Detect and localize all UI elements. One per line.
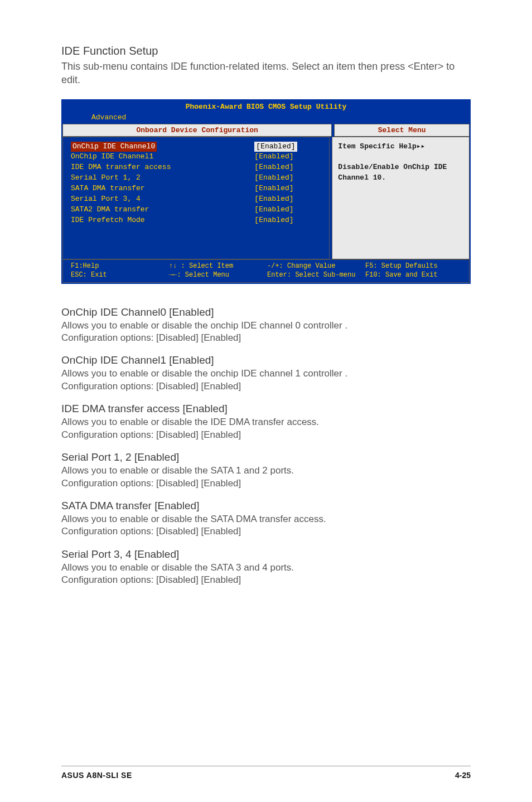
section-lead: This sub-menu contains IDE function-rela… [61,60,471,87]
setting-row[interactable]: IDE Prefetch Mode [Enabled] [71,215,321,226]
item-heading: Serial Port 3, 4 [Enabled] [61,548,471,561]
setting-label: OnChip IDE Channel1 [71,152,254,162]
item-text: Configuration options: [Disabled] [Enabl… [61,332,471,344]
doc-item: IDE DMA transfer access [Enabled] Allows… [61,403,471,441]
item-text: Configuration options: [Disabled] [Enabl… [61,380,471,393]
help-title: Item Specific Help▸▸ [338,142,463,152]
help-body: Disable/Enable OnChip IDE [338,162,463,173]
help-body: Channel 10. [338,173,463,183]
bios-settings-panel: OnChip IDE Channel0 [Enabled] OnChip IDE… [62,137,330,260]
setting-row[interactable]: Serial Port 1, 2 [Enabled] [71,173,321,183]
footer-key: ESC: Exit [71,271,107,279]
setting-value: [Enabled] [254,152,321,162]
setting-value: [Enabled] [254,215,321,226]
page-footer: ASUS A8N-SLI SE 4-25 [61,766,471,780]
setting-row[interactable]: SATA2 DMA transfer [Enabled] [71,205,321,215]
setting-value: [Enabled] [254,173,321,183]
bios-title: Phoenix-Award BIOS CMOS Setup Utility [62,100,470,112]
setting-label: OnChip IDE Channel0 [71,142,157,152]
setting-value: [Enabled] [254,162,321,173]
setting-label: IDE DMA transfer access [71,162,254,173]
setting-label: SATA2 DMA transfer [71,205,254,215]
doc-item: OnChip IDE Channel1 [Enabled] Allows you… [61,354,471,393]
footer-key: F5: Setup Defaults [365,262,438,270]
tab-advanced[interactable]: Advanced [85,112,133,123]
footer-key: F10: Save and Exit [365,271,438,279]
item-text: Allows you to enable or disable the IDE … [61,416,471,428]
footer-page-number: 4-25 [455,771,471,780]
footer-key: Enter: Select Sub-menu [267,271,355,279]
doc-item: Serial Port 3, 4 [Enabled] Allows you to… [61,548,471,587]
item-text: Allows you to enable or disable the SATA… [61,465,471,477]
item-text: Allows you to enable or disable the onch… [61,320,471,332]
footer-key: ↑↓ : Select Item [169,262,233,270]
footer-product: ASUS A8N-SLI SE [61,771,132,780]
setting-row[interactable]: SATA DMA transfer [Enabled] [71,183,321,194]
bios-tab-row: Advanced [62,112,470,124]
panel-title-left: Onboard Device Configuration [62,124,332,137]
item-text: Configuration options: [Disabled] [Enabl… [61,429,471,441]
bios-help-panel: Item Specific Help▸▸ Disable/Enable OnCh… [332,137,470,260]
item-text: Configuration options: [Disabled] [Enabl… [61,477,471,490]
item-text: Configuration options: [Disabled] [Enabl… [61,525,471,538]
item-text: Allows you to enable or disable the SATA… [61,513,471,525]
setting-row[interactable]: IDE DMA transfer access [Enabled] [71,162,321,173]
item-heading: OnChip IDE Channel1 [Enabled] [61,354,471,366]
setting-label: IDE Prefetch Mode [71,215,254,226]
setting-value: [Enabled] [254,142,297,152]
item-text: Allows you to enable or disable the SATA… [61,562,471,574]
setting-row[interactable]: Serial Port 3, 4 [Enabled] [71,194,321,205]
section-title: IDE Function Setup [61,45,471,57]
bios-footer: F1:Help ESC: Exit ↑↓ : Select Item →←: S… [62,259,470,282]
item-heading: OnChip IDE Channel0 [Enabled] [61,306,471,318]
item-heading: IDE DMA transfer access [Enabled] [61,403,471,415]
setting-value: [Enabled] [254,183,321,194]
doc-item: Serial Port 1, 2 [Enabled] Allows you to… [61,451,471,490]
setting-label: SATA DMA transfer [71,183,254,194]
doc-item: SATA DMA transfer [Enabled] Allows you t… [61,500,471,538]
footer-key: -/+: Change Value [267,262,335,270]
setting-row[interactable]: OnChip IDE Channel0 [Enabled] [71,142,321,152]
setting-value: [Enabled] [254,194,321,205]
setting-value: [Enabled] [254,205,321,215]
footer-key: F1:Help [71,262,99,270]
setting-label: Serial Port 3, 4 [71,194,254,205]
doc-item: OnChip IDE Channel0 [Enabled] Allows you… [61,306,471,345]
footer-key: →←: Select Menu [169,271,229,279]
item-heading: Serial Port 1, 2 [Enabled] [61,451,471,463]
bios-window: Phoenix-Award BIOS CMOS Setup Utility Ad… [61,99,471,284]
setting-row[interactable]: OnChip IDE Channel1 [Enabled] [71,152,321,162]
panel-title-right: Select Menu [334,124,470,137]
item-heading: SATA DMA transfer [Enabled] [61,500,471,512]
item-text: Configuration options: [Disabled] [Enabl… [61,574,471,586]
setting-label: Serial Port 1, 2 [71,173,254,183]
item-text: Allows you to enable or disable the onch… [61,368,471,380]
